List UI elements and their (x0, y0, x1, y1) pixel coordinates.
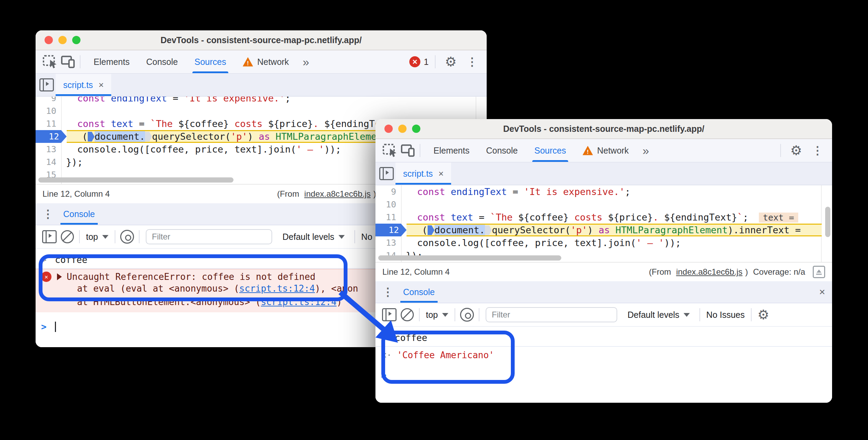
filter-input[interactable]: Filter (486, 307, 617, 322)
code-line[interactable]: 11 const text = `The ${coffee} costs ${p… (375, 211, 832, 224)
device-toolbar-icon[interactable] (399, 141, 417, 159)
log-levels-selector[interactable]: Default levels (279, 232, 348, 242)
clear-console-icon[interactable] (58, 228, 76, 246)
panel-toggle-icon (42, 230, 57, 243)
line-number[interactable]: 10 (36, 105, 62, 117)
chevron-down-icon (102, 235, 108, 239)
settings-gear-icon[interactable] (442, 53, 460, 71)
tab-elements[interactable]: Elements (85, 50, 138, 73)
inline-eval-badge: text = (759, 213, 798, 223)
drawer-tab-bar: Console (375, 281, 832, 303)
kebab-menu-icon[interactable] (463, 53, 481, 71)
console-settings-gear-icon[interactable] (754, 306, 772, 324)
execution-line-marker[interactable]: 12 (36, 130, 67, 143)
code-token: )); (324, 144, 341, 155)
console-result-row[interactable]: 'Coffee Americano' (375, 347, 832, 363)
title-bar[interactable]: DevTools - consistent-source-map-pc.netl… (375, 119, 832, 139)
code-line[interactable]: 9 const endingText = 'It is expensive.'; (375, 185, 832, 198)
close-icon[interactable] (438, 169, 443, 178)
minimize-window-button[interactable] (398, 125, 407, 133)
line-number[interactable]: 10 (375, 198, 402, 211)
live-expression-eye-icon[interactable] (458, 306, 476, 324)
line-number[interactable]: 11 (36, 117, 62, 130)
editor-status-bar: Line 12, Column 4 (From index.a8c1ec6b.j… (375, 262, 832, 281)
code-token: const (77, 118, 105, 129)
line-number[interactable]: 9 (375, 185, 402, 198)
drawer-kebab-menu-icon[interactable] (382, 285, 393, 299)
filter-input[interactable]: Filter (146, 229, 272, 244)
source-location-link[interactable]: script.ts:12:4 (239, 283, 315, 294)
source-editor[interactable]: 9 const endingText = 'It is expensive.';… (375, 185, 832, 262)
panel-up-icon[interactable] (813, 266, 825, 278)
horizontal-scrollbar[interactable] (38, 177, 233, 183)
execution-line-marker[interactable]: 12 (375, 224, 407, 236)
context-selector[interactable]: top (83, 232, 112, 242)
error-count-badge[interactable]: ✕ 1 (409, 56, 429, 67)
zoom-window-button[interactable] (412, 125, 420, 133)
source-map-prefix: (From (649, 267, 674, 277)
close-window-button[interactable] (45, 36, 53, 44)
line-number[interactable]: 13 (375, 236, 402, 249)
prompt-chevron-icon (41, 321, 55, 333)
code-token: )); (664, 237, 681, 248)
show-navigator-icon[interactable] (378, 165, 395, 183)
tab-network[interactable]: !Network (235, 50, 297, 73)
tab-sources[interactable]: Sources (186, 50, 235, 73)
line-number[interactable]: 13 (36, 143, 62, 156)
toolbar-divider (455, 308, 455, 321)
tab-sources[interactable]: Sources (526, 139, 574, 162)
context-selector[interactable]: top (422, 310, 452, 320)
inspect-element-icon[interactable] (41, 53, 59, 71)
code-line[interactable]: 10 (375, 198, 832, 211)
tab-elements[interactable]: Elements (425, 139, 478, 162)
clear-icon (401, 308, 414, 321)
traffic-lights (384, 119, 420, 138)
tab-network[interactable]: !Network (574, 139, 637, 162)
code-line[interactable]: 12 (document.querySelector('p') as HTMLP… (375, 224, 832, 236)
source-location-link[interactable]: script.ts:12:4 (261, 297, 336, 307)
title-bar[interactable]: DevTools - consistent-source-map-pc.netl… (36, 30, 487, 50)
vertical-scrollbar[interactable] (825, 207, 830, 237)
code-token: endingText (451, 186, 507, 197)
tab-console[interactable]: Console (138, 50, 186, 73)
code-token: `The (490, 212, 518, 223)
line-number[interactable]: 11 (375, 211, 402, 224)
code-line[interactable]: 9 const endingText = 'It is expensive.'; (36, 97, 487, 105)
console-sidebar-icon[interactable] (40, 228, 58, 246)
console-input-echo-row[interactable]: coffee (375, 330, 832, 347)
drawer-tab-console[interactable]: Console (400, 281, 438, 303)
settings-gear-icon[interactable] (787, 141, 805, 159)
show-navigator-icon[interactable] (38, 76, 56, 94)
file-tab-script-ts[interactable]: script.ts (56, 74, 111, 96)
code-line[interactable]: 13 console.log([coffee, price, text].joi… (375, 236, 832, 249)
zoom-window-button[interactable] (72, 36, 80, 44)
more-tabs-icon[interactable] (637, 144, 655, 157)
issues-label[interactable]: No Issues (706, 310, 745, 320)
clear-console-icon[interactable] (398, 306, 416, 324)
log-levels-selector[interactable]: Default levels (624, 310, 693, 320)
drawer-tab-console[interactable]: Console (60, 203, 98, 225)
source-map-link[interactable]: index.a8c1ec6b.js (676, 267, 742, 277)
drawer-kebab-menu-icon[interactable] (42, 207, 54, 221)
console-sidebar-icon[interactable] (380, 306, 398, 324)
more-tabs-icon[interactable] (297, 55, 315, 69)
console-messages[interactable]: coffee 'Coffee Americano' (375, 327, 832, 403)
close-icon[interactable] (98, 80, 104, 89)
minimize-window-button[interactable] (58, 36, 67, 44)
expand-triangle-icon[interactable] (57, 273, 62, 280)
kebab-menu-icon[interactable] (809, 141, 827, 159)
tab-console[interactable]: Console (478, 139, 526, 162)
code-line[interactable]: 10 (36, 105, 487, 117)
horizontal-scrollbar[interactable] (378, 255, 561, 261)
console-prompt[interactable] (375, 367, 832, 383)
source-map-link[interactable]: index.a8c1ec6b.js (304, 189, 371, 199)
close-drawer-icon[interactable] (819, 287, 825, 297)
live-expression-eye-icon[interactable] (118, 228, 136, 246)
device-toolbar-icon[interactable] (59, 53, 77, 71)
file-tab-script-ts[interactable]: script.ts (395, 163, 451, 185)
line-number[interactable]: 9 (36, 97, 62, 105)
inline-breakpoint-marker-secondary (145, 132, 152, 141)
close-window-button[interactable] (384, 125, 393, 133)
line-number[interactable]: 14 (36, 156, 62, 168)
inspect-element-icon[interactable] (381, 141, 399, 159)
